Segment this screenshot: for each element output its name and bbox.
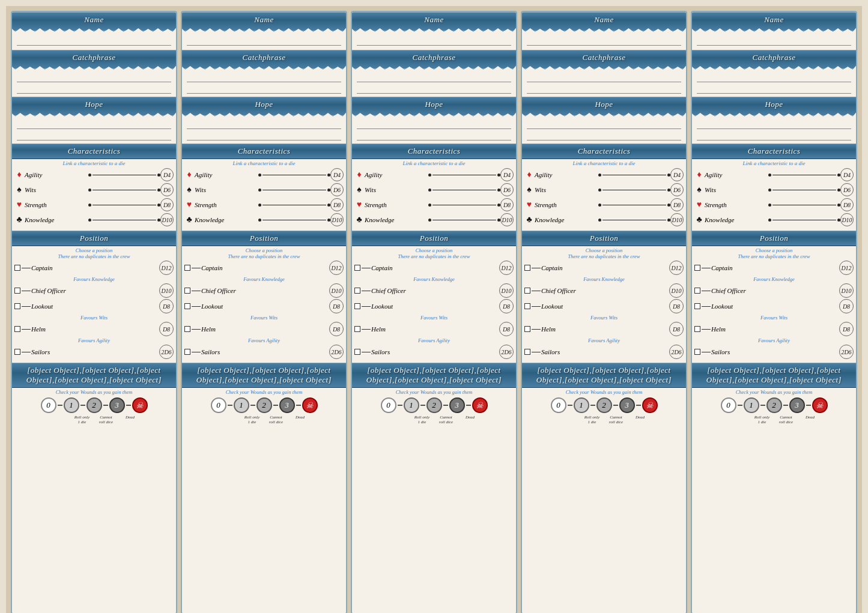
spade-icon: ♠: [14, 185, 24, 195]
name-header: Name: [692, 12, 856, 32]
char-name-wits: Wits: [364, 186, 428, 193]
pos-line: [532, 291, 541, 291]
pos-checkbox-2[interactable]: [14, 303, 20, 309]
pos-line: [22, 352, 31, 352]
position-header: Position: [182, 231, 346, 246]
pos-checkbox-4[interactable]: [354, 349, 360, 355]
pos-checkbox-1[interactable]: [524, 288, 530, 294]
pos-checkbox-1[interactable]: [694, 288, 700, 294]
pos-checkbox-0[interactable]: [524, 265, 530, 271]
catchphrase-section: [692, 70, 856, 97]
pos-checkbox-4[interactable]: [14, 349, 20, 355]
char-dot-left: [768, 174, 771, 177]
pos-checkbox-0[interactable]: [14, 265, 20, 271]
pos-name-4: Sailors: [371, 348, 499, 355]
pos-checkbox-3[interactable]: [14, 326, 20, 332]
char-line: [263, 205, 326, 205]
char-name-agility: Agility: [194, 171, 258, 178]
char-line: [602, 175, 666, 175]
char-dot-left: [768, 219, 771, 222]
characteristics-header: Characteristics: [182, 143, 346, 159]
pos-checkbox-2[interactable]: [694, 303, 700, 309]
wound-2: 2: [766, 397, 782, 413]
pos-checkbox-2[interactable]: [354, 303, 360, 309]
char-line: [602, 220, 666, 220]
pos-checkbox-4[interactable]: [694, 349, 700, 355]
wound-3: 3: [109, 397, 125, 413]
wound-3: 3: [619, 397, 635, 413]
wound-label-1: Roll only1 die: [584, 415, 601, 424]
wound-label-dead: Dead: [462, 415, 479, 424]
heart-icon: ♥: [184, 200, 194, 210]
pos-checkbox-4[interactable]: [184, 349, 190, 355]
char-row-agility: ♦ Agility D4: [694, 168, 854, 181]
char-dot-left: [428, 174, 431, 177]
pos-checkbox-2[interactable]: [524, 303, 530, 309]
diamond-icon: ♦: [694, 170, 704, 180]
wounds-row: 0 1 2 3 ☠: [524, 397, 684, 413]
pos-die-1: D10: [159, 283, 174, 298]
wounds-section: Check your Wounds as you gain them 0 1 2…: [352, 388, 516, 613]
wound-label-1: Roll only1 die: [74, 415, 91, 424]
char-name-knowledge: Knowledge: [534, 216, 598, 223]
pos-row-sailors: Sailors 2D6: [694, 345, 854, 359]
pos-line: [22, 291, 31, 291]
pos-checkbox-3[interactable]: [184, 326, 190, 332]
pos-name-0: Captain: [31, 264, 159, 271]
char-row-agility: ♦ Agility D4: [354, 168, 514, 181]
char-line: [93, 205, 156, 205]
pos-row-sailors: Sailors 2D6: [524, 345, 684, 359]
pos-name-2: Lookout: [541, 303, 669, 310]
position-header: Position: [352, 231, 516, 246]
wound-1: 1: [234, 397, 249, 413]
char-row-knowledge: ♣ Knowledge D10: [14, 213, 174, 226]
pos-checkbox-1[interactable]: [354, 288, 360, 294]
char-row-strength: ♥ Strength D8: [14, 198, 174, 211]
pos-line: [702, 268, 711, 268]
pos-row-sailors: Sailors 2D6: [14, 345, 174, 359]
pos-line: [702, 291, 711, 291]
pos-checkbox-0[interactable]: [184, 265, 190, 271]
pos-checkbox-3[interactable]: [694, 326, 700, 332]
pos-checkbox-2[interactable]: [184, 303, 190, 309]
pos-die-3: D8: [159, 322, 174, 336]
pos-name-1: Chief Officer: [541, 287, 669, 294]
wound-label-2: Cannotroll dice: [98, 415, 115, 424]
pos-die-0: D12: [159, 261, 174, 275]
pos-checkbox-3[interactable]: [354, 326, 360, 332]
pos-name-2: Lookout: [711, 303, 839, 310]
pos-checkbox-4[interactable]: [524, 349, 530, 355]
wound-label-2: Cannotroll dice: [778, 415, 795, 424]
pos-name-3: Helm: [201, 325, 329, 333]
position-section: Choose a positionThere are no duplicates…: [692, 246, 856, 363]
pos-row-chief-officer: Chief Officer D10: [14, 283, 174, 298]
name-header: Name: [522, 12, 686, 32]
char-name-strength: Strength: [24, 201, 88, 208]
pos-die-1: D10: [499, 283, 514, 298]
catchphrase-line2: [187, 84, 341, 94]
char-dot-left: [258, 174, 261, 177]
catchphrase-header: Catchphrase: [692, 50, 856, 70]
pos-name-4: Sailors: [201, 348, 329, 355]
pos-checkbox-1[interactable]: [184, 288, 190, 294]
char-die-agility: D4: [160, 168, 174, 181]
wound-connector-0: [398, 405, 402, 406]
catchphrase-section: [522, 70, 686, 97]
wound-dead: ☠: [812, 397, 828, 413]
char-row-knowledge: ♣ Knowledge D10: [694, 213, 854, 226]
char-name-strength: Strength: [364, 201, 428, 208]
pos-checkbox-0[interactable]: [694, 265, 700, 271]
characteristics-section: Link a characteristic to a die ♦ Agility…: [692, 159, 856, 231]
char-name-wits: Wits: [24, 186, 88, 193]
wounds-header: [object Object],[object Object],[object …: [352, 363, 516, 388]
pos-checkbox-1[interactable]: [14, 288, 20, 294]
wounds-labels: Roll only1 die Cannotroll dice Dead: [354, 415, 514, 424]
catchphrase-header: Catchphrase: [352, 50, 516, 70]
char-dot-left: [258, 189, 261, 192]
wounds-row: 0 1 2 3 ☠: [694, 397, 854, 413]
club-icon: ♣: [354, 215, 364, 225]
pos-checkbox-3[interactable]: [524, 326, 530, 332]
name-line: [357, 35, 511, 46]
char-name-strength: Strength: [194, 201, 258, 208]
pos-checkbox-0[interactable]: [354, 265, 360, 271]
